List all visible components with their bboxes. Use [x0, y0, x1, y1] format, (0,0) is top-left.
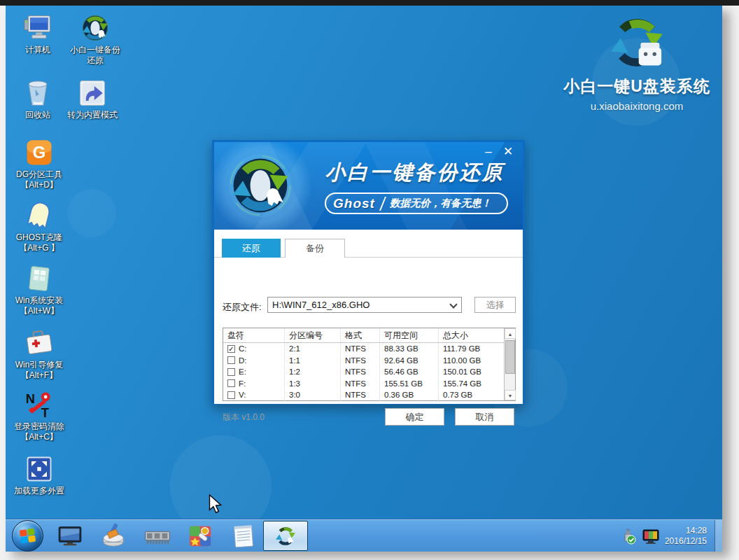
- desktop-icon-label: 加载更多外置: [6, 486, 73, 496]
- choose-file-button[interactable]: 选择: [474, 297, 516, 313]
- desktop-icon-xiaobai-backup[interactable]: 小白一键备份 还原: [62, 13, 129, 66]
- taskbar-display-icon[interactable]: [56, 522, 84, 550]
- table-row[interactable]: E: 1:2 NTFS 56.46 GB 150.01 GB: [223, 366, 504, 378]
- chevron-down-icon[interactable]: [449, 300, 457, 308]
- nt-password-key-icon: N T: [24, 389, 55, 420]
- backup-restore-dialog: 小白一键备份还原 Ghost 数据无价，有备无患！ – ✕ 还原 备份 还原文件…: [212, 140, 525, 405]
- row-checkbox[interactable]: [227, 391, 235, 399]
- xiaobai-usb-logo-icon: [604, 11, 670, 74]
- desktop-icon-win-boot-repair[interactable]: Win引导修复 【Alt+F】: [6, 328, 73, 381]
- system-tray: 14:28 2016/12/15: [620, 519, 707, 552]
- scroll-down-icon[interactable]: ▼: [505, 390, 516, 400]
- format: NTFS: [341, 343, 380, 355]
- partition-id: 1:3: [285, 378, 341, 390]
- partition-id: 3:0: [285, 389, 341, 401]
- col-free: 可用空间: [380, 328, 439, 342]
- recycle-bin-icon: [22, 78, 53, 108]
- ok-button[interactable]: 确定: [385, 408, 444, 426]
- desktop-icon-label: Win引导修复: [6, 360, 73, 370]
- taskbar-notepad-icon[interactable]: [230, 522, 258, 550]
- close-button[interactable]: ✕: [499, 144, 517, 160]
- cancel-button[interactable]: 取消: [455, 408, 514, 426]
- brand-logo: 小白一键U盘装系统 u.xiaobaixitong.com: [557, 11, 717, 112]
- ghost-badge-brand: Ghost: [333, 196, 375, 211]
- backup-restore-logo-icon: [80, 13, 111, 43]
- display-settings-tray-icon[interactable]: [642, 528, 660, 545]
- windows-flag-icon: [20, 528, 37, 545]
- scroll-up-icon[interactable]: ▲: [505, 328, 516, 339]
- partition-table: 盘符 分区编号 格式 可用空间 总大小 ✓C: 2:1 NTFS 88.33 G…: [223, 328, 516, 401]
- partition-table-body: 盘符 分区编号 格式 可用空间 总大小 ✓C: 2:1 NTFS 88.33 G…: [223, 328, 504, 400]
- row-checkbox[interactable]: [227, 379, 235, 387]
- desktop-icon-label: 登录密码清除: [6, 421, 73, 432]
- restore-file-label: 还原文件:: [223, 301, 262, 314]
- col-partition: 分区编号: [285, 328, 341, 342]
- table-header-row: 盘符 分区编号 格式 可用空间 总大小: [223, 328, 504, 343]
- table-row[interactable]: F: 1:3 NTFS 155.51 GB 155.74 GB: [223, 378, 504, 390]
- col-format: 格式: [341, 328, 380, 342]
- taskbar-disk-cleanup-icon[interactable]: [99, 522, 127, 550]
- free-space: 56.46 GB: [380, 366, 439, 378]
- tab-backup[interactable]: 备份: [285, 239, 345, 258]
- ghost-badge: Ghost 数据无价，有备无患！: [325, 192, 508, 214]
- total-size: 150.01 GB: [439, 366, 504, 378]
- total-size: 111.79 GB: [439, 343, 504, 355]
- partition-id: 1:1: [285, 355, 341, 367]
- drive-letter: E:: [239, 366, 246, 377]
- active-app-logo-icon: [274, 524, 297, 548]
- desktop-icon-win-setup[interactable]: Win系统安装 【Alt+W】: [6, 263, 73, 316]
- first-aid-kit-icon: [24, 328, 55, 358]
- taskbar-screenshot-tool-icon[interactable]: [187, 522, 215, 550]
- col-total: 总大小: [439, 328, 504, 342]
- desktop-icon-ghost-clone[interactable]: GHOST克隆 【Alt+G 】: [6, 200, 73, 253]
- desktop-icon-label: DG分区工具: [6, 169, 73, 180]
- table-scrollbar[interactable]: ▲ ▼: [504, 328, 515, 400]
- desktop-icon-password-clear[interactable]: N T 登录密码清除 【Alt+C】: [6, 389, 73, 442]
- row-checkbox[interactable]: [227, 368, 235, 376]
- minimize-button[interactable]: –: [479, 144, 498, 160]
- mouse-cursor: [206, 494, 224, 515]
- drive-letter: F:: [239, 378, 246, 389]
- start-button[interactable]: [12, 520, 43, 552]
- free-space: 92.64 GB: [380, 355, 439, 367]
- desktop-icon-load-more[interactable]: 加载更多外置: [6, 454, 73, 496]
- taskbar-memory-icon[interactable]: [143, 522, 171, 550]
- drive-letter: D:: [239, 355, 247, 366]
- window-frame-top: [0, 0, 739, 6]
- tray-clock[interactable]: 14:28 2016/12/15: [665, 526, 707, 547]
- drive-letter: V:: [239, 389, 246, 400]
- dialog-logo-icon: [227, 152, 294, 219]
- tab-restore[interactable]: 还原: [222, 239, 281, 258]
- desktop-icon-label: 转为内置模式: [56, 110, 129, 120]
- shortcut-arrow-icon: [77, 78, 108, 108]
- table-row[interactable]: ✓C: 2:1 NTFS 88.33 GB 111.79 GB: [223, 343, 504, 355]
- brand-url: u.xiaobaixitong.com: [557, 100, 717, 112]
- free-space: 155.51 GB: [380, 378, 439, 390]
- dialog-banner: 小白一键备份还原 Ghost 数据无价，有备无患！ – ✕: [214, 142, 523, 230]
- desktop-icon-computer[interactable]: 计算机: [10, 13, 66, 55]
- desktop-icon-label-line2: 【Alt+C】: [6, 432, 73, 442]
- taskbar-active-app-button[interactable]: [263, 521, 308, 551]
- scrollbar-thumb[interactable]: [505, 340, 515, 374]
- row-checkbox[interactable]: [227, 356, 235, 364]
- table-row[interactable]: D: 1:1 NTFS 92.64 GB 110.00 GB: [223, 355, 504, 367]
- row-checkbox[interactable]: ✓: [227, 345, 235, 353]
- total-size: 155.74 GB: [439, 378, 504, 390]
- svg-text:G: G: [33, 143, 46, 162]
- brand-title: 小白一键U盘装系统: [557, 76, 717, 97]
- show-desktop-button[interactable]: [715, 520, 722, 552]
- ghost-badge-slogan: 数据无价，有备无患！: [390, 197, 491, 210]
- desktop[interactable]: 计算机 小白一键备份 还原 回收站 转为内置模式: [6, 6, 722, 552]
- format: NTFS: [341, 378, 380, 390]
- desktop-icon-label: GHOST克隆: [6, 232, 73, 243]
- dialog-title: 小白一键备份还原: [312, 159, 517, 187]
- restore-file-combobox[interactable]: H:\WIN7_612_x86.GHO: [267, 297, 462, 313]
- taskbar: 14:28 2016/12/15: [6, 519, 722, 552]
- free-space: 0.36 GB: [380, 389, 439, 401]
- desktop-icon-label-line2: 【Alt+D】: [6, 180, 73, 190]
- total-size: 0.73 GB: [439, 389, 504, 401]
- table-row[interactable]: V: 3:0 NTFS 0.36 GB 0.73 GB: [223, 389, 504, 401]
- desktop-icon-internal-mode[interactable]: 转为内置模式: [56, 78, 129, 120]
- usb-safely-remove-icon[interactable]: [620, 528, 637, 545]
- desktop-icon-dg-partition[interactable]: G DG分区工具 【Alt+D】: [6, 137, 73, 190]
